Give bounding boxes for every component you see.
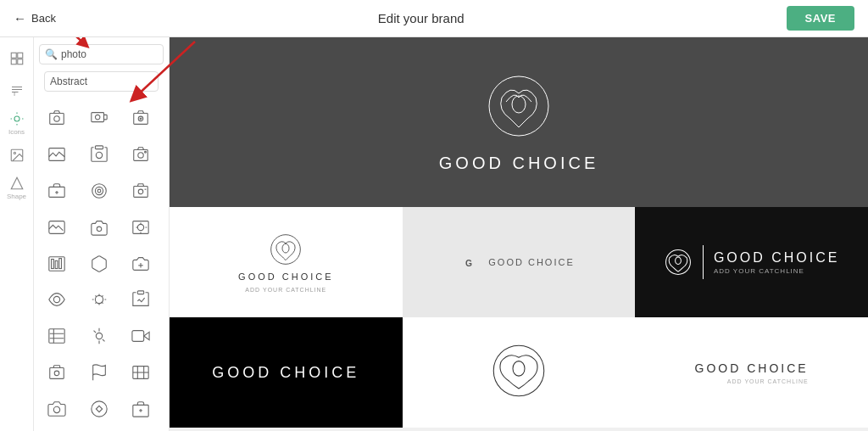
- icon-item[interactable]: [39, 248, 75, 280]
- svg-rect-3: [17, 59, 22, 64]
- icon-item[interactable]: [123, 356, 159, 389]
- preview-cell-white-icon[interactable]: [403, 317, 636, 428]
- logo-icon-only: [489, 341, 548, 404]
- icon-item[interactable]: [123, 211, 159, 243]
- svg-point-22: [138, 153, 143, 158]
- svg-point-31: [139, 189, 144, 194]
- page-title: Edit your brand: [378, 11, 465, 25]
- icon-item[interactable]: [39, 320, 75, 352]
- preview-cell-gray-inline[interactable]: G GOOD CHOICE: [403, 207, 636, 317]
- svg-rect-13: [103, 115, 107, 120]
- icon-item[interactable]: [39, 356, 75, 389]
- svg-point-56: [53, 406, 59, 412]
- svg-point-67: [513, 361, 525, 377]
- icon-item[interactable]: [81, 283, 117, 316]
- svg-rect-19: [95, 146, 103, 149]
- svg-point-11: [54, 116, 59, 121]
- icon-item[interactable]: [123, 138, 159, 171]
- svg-rect-52: [50, 368, 64, 379]
- sidebar-item-template[interactable]: [3, 44, 31, 73]
- main-logo-icon: [485, 72, 553, 143]
- logo-right-name: GOOD CHOICE: [695, 361, 809, 375]
- logo-divider: [703, 245, 704, 279]
- search-input[interactable]: [61, 48, 158, 60]
- sidebar-item-shape[interactable]: Shape: [3, 173, 31, 202]
- icon-item[interactable]: [81, 393, 117, 425]
- bottom-grid: GOOD CHOICE GOOD CHOICE ADD YOUR CATCHLI…: [170, 317, 868, 428]
- svg-point-5: [14, 116, 19, 121]
- svg-rect-12: [91, 113, 103, 122]
- sidebar-shape-label: Shape: [7, 193, 26, 200]
- logo-text-only: GOOD CHOICE: [212, 364, 359, 382]
- logo-wide-name: GOOD CHOICE: [714, 250, 840, 266]
- sidebar-icons-label: Icons: [8, 128, 25, 136]
- svg-text:G: G: [465, 259, 472, 268]
- canvas-area: GOOD CHOICE GOOD CHOICE ADD YOUR CATCHLI…: [170, 37, 868, 431]
- search-icon: 🔍: [45, 48, 58, 60]
- header: ← Back Edit your brand SAVE: [0, 0, 868, 37]
- icon-item[interactable]: [39, 102, 75, 134]
- main-content: T Icons Shape: [0, 37, 868, 431]
- icon-item[interactable]: [81, 248, 117, 280]
- icon-item[interactable]: [123, 320, 159, 352]
- logo-wide-text-group: GOOD CHOICE ADD YOUR CATCHLINE: [714, 250, 840, 275]
- icon-item[interactable]: [39, 175, 75, 207]
- preview-cell-dark-wide[interactable]: GOOD CHOICE ADD YOUR CATCHLINE: [635, 207, 868, 317]
- icon-item[interactable]: [123, 248, 159, 280]
- svg-line-48: [93, 331, 96, 333]
- svg-point-53: [54, 371, 59, 376]
- icon-item[interactable]: [81, 138, 117, 171]
- svg-point-42: [53, 297, 59, 303]
- svg-point-28: [95, 187, 103, 194]
- svg-point-62: [282, 243, 289, 253]
- sidebar-item-image[interactable]: [3, 141, 31, 170]
- icon-item[interactable]: [81, 356, 117, 389]
- main-logo-name: GOOD CHOICE: [439, 154, 598, 173]
- svg-rect-37: [52, 259, 54, 268]
- sidebar-item-text[interactable]: T: [3, 76, 31, 105]
- icon-item[interactable]: [123, 175, 159, 207]
- preview-cell-white-right[interactable]: GOOD CHOICE ADD YOUR CATCHLINE: [635, 317, 868, 428]
- icon-item[interactable]: [81, 175, 117, 207]
- svg-rect-2: [11, 59, 16, 64]
- back-button[interactable]: ← Back: [14, 11, 56, 25]
- sidebar-item-icons[interactable]: Icons: [3, 109, 31, 137]
- icon-item[interactable]: [123, 102, 159, 134]
- category-select[interactable]: Abstract Animals Business Technology: [44, 71, 159, 92]
- svg-point-17: [140, 118, 142, 120]
- icon-item[interactable]: [39, 393, 75, 425]
- icon-item[interactable]: [81, 211, 117, 243]
- icon-item[interactable]: [39, 138, 75, 171]
- svg-point-50: [96, 333, 102, 339]
- icon-item[interactable]: [81, 102, 117, 134]
- icon-item[interactable]: [123, 283, 159, 316]
- svg-point-16: [139, 116, 144, 121]
- logo-inline-name: GOOD CHOICE: [488, 257, 574, 267]
- search-panel: 🔍 Abstract Animals Business Technology: [34, 37, 170, 431]
- main-preview-dark: GOOD CHOICE: [170, 37, 868, 207]
- icon-item[interactable]: [123, 393, 159, 425]
- icon-item[interactable]: [39, 211, 75, 243]
- logo-wide-dark: GOOD CHOICE ADD YOUR CATCHLINE: [664, 245, 840, 279]
- svg-text:T: T: [12, 90, 16, 98]
- svg-point-7: [14, 152, 15, 154]
- preview-grid: GOOD CHOICE ADD YOUR CATCHLINE G GOOD CH…: [170, 207, 868, 317]
- icon-item[interactable]: [81, 320, 117, 352]
- save-button[interactable]: SAVE: [787, 6, 854, 31]
- svg-rect-44: [138, 291, 144, 294]
- svg-point-29: [97, 189, 101, 193]
- svg-rect-15: [134, 114, 148, 125]
- preview-cell-white-stacked[interactable]: GOOD CHOICE ADD YOUR CATCHLINE: [170, 207, 403, 317]
- search-box: 🔍: [39, 44, 164, 64]
- icon-item[interactable]: [39, 283, 75, 316]
- preview-cell-black-text[interactable]: GOOD CHOICE: [170, 317, 403, 428]
- svg-rect-10: [50, 114, 64, 125]
- left-panel: T Icons Shape: [0, 37, 34, 431]
- svg-rect-1: [17, 53, 22, 58]
- logo-inline-gray: G GOOD CHOICE: [463, 253, 574, 271]
- main-logo: GOOD CHOICE: [439, 72, 598, 173]
- svg-point-65: [675, 257, 681, 265]
- svg-point-27: [92, 184, 106, 199]
- icons-grid: [34, 98, 169, 431]
- logo-stacked-white: GOOD CHOICE ADD YOUR CATCHLINE: [238, 232, 333, 293]
